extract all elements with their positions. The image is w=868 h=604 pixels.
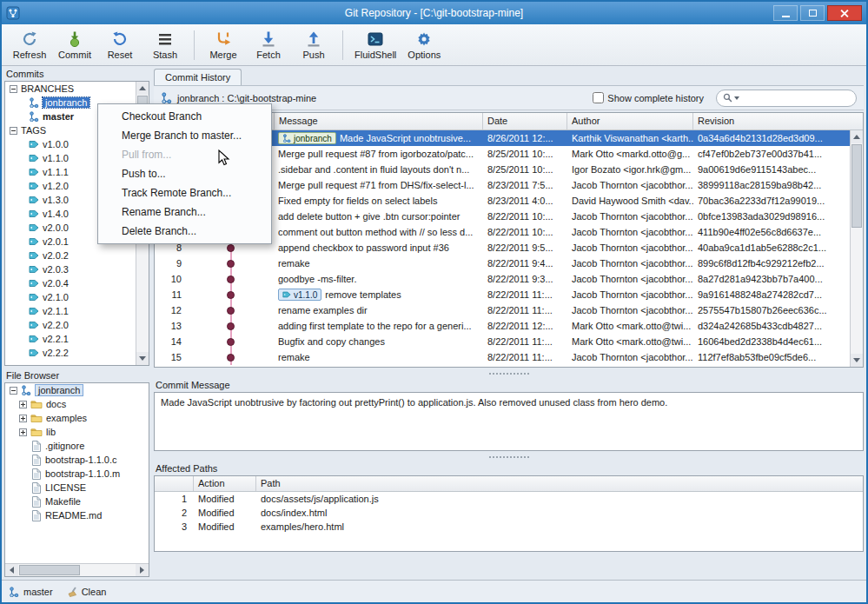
maximize-button[interactable] — [800, 5, 825, 21]
merge-button[interactable]: Merge — [201, 26, 246, 64]
refresh-button[interactable]: Refresh — [7, 26, 52, 64]
scroll-down-button[interactable] — [851, 354, 863, 367]
fb-root-jonbranch[interactable]: jonbranch — [5, 383, 149, 397]
commit-row[interactable]: 14 Bugfix and copy changes 8/22/2011 11:… — [155, 334, 850, 349]
commit-graph-cell — [188, 256, 275, 271]
search-input[interactable] — [741, 92, 850, 104]
fb-folder-examples[interactable]: examples — [5, 411, 149, 425]
action-cell: Modified — [194, 521, 256, 532]
collapse-icon[interactable] — [10, 127, 17, 135]
splitter-handle[interactable] — [154, 451, 864, 462]
commit-message-text: adding first template to the repo for a … — [278, 321, 472, 331]
tag-item[interactable]: v2.2.2 — [5, 346, 149, 360]
affected-path-row[interactable]: 3 Modified examples/hero.html — [155, 520, 863, 534]
expand-icon[interactable] — [19, 401, 27, 408]
scrollbar-thumb[interactable] — [19, 565, 80, 575]
menu-item-merge-branch[interactable]: Merge Branch to master... — [98, 126, 271, 145]
commit-row[interactable]: 13 adding first template to the repo for… — [155, 318, 850, 334]
options-button[interactable]: Options — [401, 26, 447, 64]
fb-folder-lib[interactable]: lib — [5, 425, 149, 439]
window-title: Git Repository - [C:\git-bootstrap-mine] — [2, 7, 866, 19]
row-number: 1 — [155, 494, 194, 504]
scroll-down-button[interactable] — [136, 352, 149, 365]
tag-item[interactable]: v2.0.4 — [5, 276, 149, 290]
tag-icon — [29, 320, 39, 330]
row-number: 10 — [155, 274, 188, 284]
header-date[interactable]: Date — [483, 113, 567, 129]
fb-file-item[interactable]: README.md — [5, 508, 149, 522]
search-dropdown-icon[interactable] — [734, 96, 739, 100]
header-action[interactable]: Action — [194, 476, 256, 491]
commit-row[interactable]: 12 rename examples dir 8/22/2011 11:... … — [155, 302, 850, 318]
commit-button[interactable]: Commit — [52, 26, 97, 64]
fluidshell-button[interactable]: FluidShell — [349, 26, 401, 64]
tag-item[interactable]: v2.2.0 — [5, 318, 149, 332]
scroll-up-button[interactable] — [851, 130, 863, 143]
menu-item-push-to[interactable]: Push to... — [98, 164, 271, 183]
minimize-button[interactable] — [773, 5, 798, 21]
stash-button[interactable]: Stash — [142, 26, 188, 64]
branch-badge: jonbranch — [278, 132, 336, 144]
header-revision[interactable]: Revision — [693, 113, 863, 129]
branch-icon — [29, 97, 39, 108]
tag-item[interactable]: v2.0.3 — [5, 262, 149, 276]
commit-message-cell: jonbranch Made JavaScript unobtrusive... — [275, 132, 483, 144]
commit-row[interactable]: 10 goodbye -ms-filter. 8/22/2011 9:3... … — [155, 271, 850, 287]
commit-icon — [66, 30, 83, 48]
commit-message-text: .sidebar and .content in fluid layouts d… — [278, 164, 469, 175]
splitter-handle[interactable] — [154, 368, 864, 379]
menu-item-checkout-branch[interactable]: Checkout Branch — [98, 107, 271, 126]
tag-label: v2.2.0 — [43, 320, 69, 330]
fb-file-item[interactable]: LICENSE — [5, 481, 149, 494]
fb-file-item[interactable]: bootstrap-1.1.0.m — [5, 467, 149, 481]
history-scrollbar[interactable] — [850, 130, 863, 367]
fb-file-item[interactable]: bootstrap-1.1.0.c — [5, 453, 149, 467]
commit-message-cell: add delete button + give .btn cursor:poi… — [275, 211, 483, 222]
scrollbar-thumb[interactable] — [851, 144, 862, 228]
collapse-icon[interactable] — [10, 387, 17, 395]
tag-item[interactable]: v2.0.2 — [5, 249, 149, 262]
menu-item-delete-branch[interactable]: Delete Branch... — [98, 222, 271, 241]
commit-row[interactable]: 11 v1.1.0 remove templates 8/22/2011 11:… — [155, 287, 850, 302]
commit-author: Jacob Thornton <jacobthor... — [567, 242, 693, 253]
fetch-button[interactable]: Fetch — [246, 26, 291, 64]
affected-path-row[interactable]: 1 Modified docs/assets/js/application.js — [155, 492, 863, 506]
commit-message-cell: rename examples dir — [275, 305, 483, 315]
scroll-right-button[interactable] — [136, 564, 149, 576]
branches-header[interactable]: BRANCHES — [5, 82, 149, 96]
merge-label: Merge — [209, 50, 236, 60]
show-complete-history-checkbox[interactable] — [593, 92, 604, 103]
arrow-up-icon — [139, 86, 146, 90]
fb-file-item[interactable]: Makefile — [5, 494, 149, 508]
tag-icon — [29, 306, 39, 316]
fb-folder-docs[interactable]: docs — [5, 397, 149, 411]
search-box[interactable] — [716, 90, 857, 107]
collapse-icon[interactable] — [10, 85, 17, 93]
expand-icon[interactable] — [19, 415, 27, 422]
fb-file-item[interactable]: .gitignore — [5, 439, 149, 453]
expand-icon[interactable] — [19, 428, 27, 436]
affected-path-row[interactable]: 2 Modified docs/index.html — [155, 506, 863, 520]
commit-row[interactable]: 9 remake 8/22/2011 9:4... Jacob Thornton… — [155, 256, 850, 271]
tag-item[interactable]: v2.2.1 — [5, 332, 149, 346]
menu-item-track-remote-branch[interactable]: Track Remote Branch... — [98, 183, 271, 202]
fb-file-label: README.md — [45, 510, 102, 521]
tab-commit-history[interactable]: Commit History — [154, 69, 242, 85]
scroll-left-button[interactable] — [5, 564, 18, 576]
header-message[interactable]: Message — [275, 113, 483, 129]
push-button[interactable]: Push — [291, 26, 336, 64]
commit-row[interactable]: 15 remake 8/22/2011 11:... Jacob Thornto… — [155, 349, 850, 365]
close-button[interactable] — [827, 5, 862, 21]
commit-message-text: remake — [278, 352, 310, 362]
file-browser-hscrollbar[interactable] — [5, 563, 149, 576]
header-author[interactable]: Author — [567, 113, 693, 129]
tag-label: v1.1.0 — [43, 153, 69, 163]
tag-item[interactable]: v2.1.1 — [5, 304, 149, 318]
menu-item-rename-branch[interactable]: Rename Branch... — [98, 202, 271, 222]
tag-item[interactable]: v2.1.0 — [5, 290, 149, 304]
scroll-up-button[interactable] — [136, 82, 149, 95]
commit-message-box[interactable]: Made JavaScript unobtrusive by factoring… — [154, 392, 864, 451]
reset-button[interactable]: Reset — [97, 26, 142, 64]
header-path[interactable]: Path — [256, 476, 863, 491]
reset-icon — [111, 30, 129, 48]
